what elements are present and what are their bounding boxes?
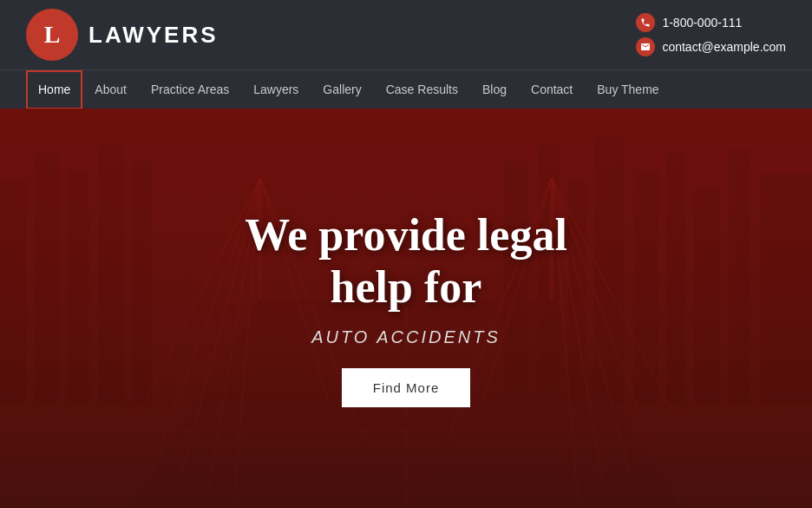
nav-item-contact[interactable]: Contact [519, 70, 585, 109]
hero-subtitle: AUTO ACCIDENTS [311, 327, 501, 347]
phone-icon [636, 13, 655, 32]
navigation: Home About Practice Areas Lawyers Galler… [0, 69, 812, 109]
brand-name: LAWYERS [88, 22, 219, 49]
logo-icon: L [26, 9, 78, 61]
hero-content: We provide legal help for AUTO ACCIDENTS… [0, 109, 812, 508]
email-icon [636, 37, 655, 56]
contact-info: 1-800-000-111 contact@example.com [636, 13, 786, 56]
header: L LAWYERS 1-800-000-111 contact@example.… [0, 0, 812, 69]
nav-item-home[interactable]: Home [26, 70, 82, 109]
hero-section: We provide legal help for AUTO ACCIDENTS… [0, 109, 812, 508]
email-item: contact@example.com [636, 37, 786, 56]
find-more-button[interactable]: Find More [342, 368, 471, 407]
nav-item-buy-theme[interactable]: Buy Theme [585, 70, 671, 109]
phone-number: 1-800-000-111 [662, 16, 742, 30]
nav-item-blog[interactable]: Blog [470, 70, 519, 109]
hero-title: We provide legal help for [245, 209, 567, 313]
email-address: contact@example.com [662, 40, 786, 54]
nav-item-gallery[interactable]: Gallery [311, 70, 373, 109]
nav-item-lawyers[interactable]: Lawyers [241, 70, 311, 109]
nav-item-case-results[interactable]: Case Results [374, 70, 470, 109]
phone-item: 1-800-000-111 [636, 13, 742, 32]
nav-item-practice-areas[interactable]: Practice Areas [139, 70, 241, 109]
nav-item-about[interactable]: About [82, 70, 139, 109]
logo-area: L LAWYERS [26, 9, 219, 61]
